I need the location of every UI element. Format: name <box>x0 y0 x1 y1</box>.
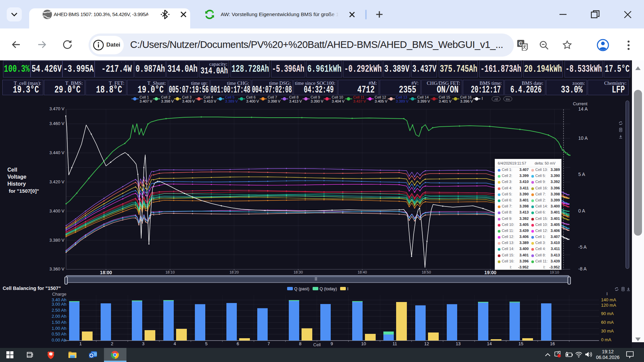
svg-text:14: 14 <box>487 341 492 346</box>
svg-text:18:30: 18:30 <box>293 270 303 274</box>
svg-text:14 A: 14 A <box>578 106 588 112</box>
svg-text:3: 3 <box>142 341 144 346</box>
svg-text:5: 5 <box>205 341 207 346</box>
svg-text:18:20: 18:20 <box>229 270 239 274</box>
svg-text:I: I <box>606 291 608 296</box>
svg-text:13: 13 <box>456 341 461 346</box>
svg-text:19:00: 19:00 <box>484 270 496 275</box>
svg-text:Current: Current <box>573 101 588 106</box>
svg-text:18:00: 18:00 <box>100 270 112 275</box>
svg-text:2.00 Ah: 2.00 Ah <box>52 314 66 319</box>
svg-text:0 mA: 0 mA <box>601 337 611 342</box>
svg-text:-8 A: -8 A <box>578 266 587 272</box>
svg-text:1.00 Ah: 1.00 Ah <box>52 326 66 331</box>
svg-text:3.470 V: 3.470 V <box>49 106 64 111</box>
svg-text:16: 16 <box>550 341 555 346</box>
svg-text:1: 1 <box>79 341 82 346</box>
svg-text:4: 4 <box>173 341 176 346</box>
svg-text:30 mA: 30 mA <box>601 328 614 334</box>
svg-text:18:40: 18:40 <box>358 270 367 274</box>
svg-text:6: 6 <box>236 341 239 346</box>
svg-text:5 A: 5 A <box>578 172 585 177</box>
svg-text:90 mA: 90 mA <box>601 311 614 316</box>
svg-text:-5 A: -5 A <box>578 244 587 250</box>
svg-text:3.360 V: 3.360 V <box>49 266 64 272</box>
svg-text:Charge: Charge <box>52 292 66 297</box>
svg-text:15: 15 <box>519 341 523 346</box>
svg-text:3.400 V: 3.400 V <box>49 208 64 214</box>
svg-text:8: 8 <box>299 341 301 346</box>
svg-text:18:50: 18:50 <box>422 270 431 274</box>
svg-text:3.460 V: 3.460 V <box>49 121 64 126</box>
svg-text:18:10: 18:10 <box>165 270 175 274</box>
svg-text:10: 10 <box>361 341 366 346</box>
svg-text:3.380 V: 3.380 V <box>49 238 64 243</box>
svg-text:12: 12 <box>424 341 429 346</box>
svg-text:0 A: 0 A <box>578 208 585 214</box>
svg-text:3.00 Ah: 3.00 Ah <box>52 302 66 307</box>
svg-text:0.00 Ah: 0.00 Ah <box>52 338 66 343</box>
svg-text:3.440 V: 3.440 V <box>49 150 64 155</box>
svg-text:7: 7 <box>267 341 270 346</box>
svg-text:120 mA: 120 mA <box>601 303 616 308</box>
svg-text:1.50 Ah: 1.50 Ah <box>52 320 66 325</box>
svg-text:2: 2 <box>111 341 113 346</box>
svg-text:Cell: Cell <box>313 342 321 347</box>
svg-text:0.50 Ah: 0.50 Ah <box>52 331 66 337</box>
svg-text:60 mA: 60 mA <box>601 320 614 325</box>
svg-text:140 mA: 140 mA <box>601 297 616 302</box>
svg-text:10 A: 10 A <box>578 135 588 141</box>
svg-text:2.50 Ah: 2.50 Ah <box>52 308 66 313</box>
svg-text:11: 11 <box>392 341 397 346</box>
svg-text:3.420 V: 3.420 V <box>49 179 64 184</box>
svg-text:9: 9 <box>330 341 333 346</box>
